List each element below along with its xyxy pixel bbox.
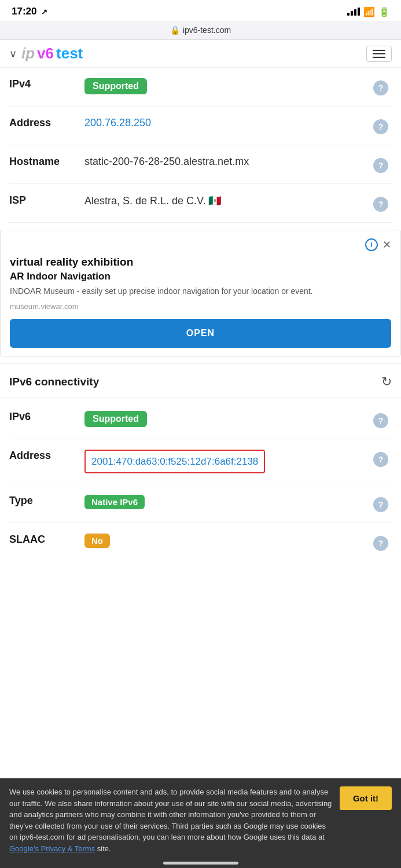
isp-value: Alestra, S. de R.L. de C.V. 🇲🇽 bbox=[84, 194, 373, 207]
ipv6-address-label: Address bbox=[9, 450, 84, 462]
hostname-label: Hostname bbox=[9, 156, 84, 168]
help-icon[interactable]: ? bbox=[373, 80, 388, 95]
slaac-help[interactable]: ? bbox=[373, 534, 392, 551]
address-label: Address bbox=[9, 117, 84, 129]
cookie-banner: We use cookies to personalise content an… bbox=[0, 778, 401, 868]
slaac-badge: No bbox=[84, 534, 110, 548]
ad-title: virtual reality exhibition bbox=[10, 256, 391, 269]
slaac-value: No bbox=[84, 534, 373, 548]
address-help[interactable]: ? bbox=[373, 117, 392, 134]
wifi-icon: 📶 bbox=[363, 6, 375, 17]
logo-test: test bbox=[56, 45, 83, 62]
type-help[interactable]: ? bbox=[373, 495, 392, 512]
table-row: SLAAC No ? bbox=[9, 523, 392, 561]
hostname-value: static-200-76-28-250.alestra.net.mx bbox=[84, 156, 373, 168]
help-icon[interactable]: ? bbox=[373, 158, 388, 173]
nav-bar: ∨ ipv6 test bbox=[0, 40, 401, 68]
isp-label: ISP bbox=[9, 194, 84, 207]
table-row: Address 2001:470:da63:0:f525:12d7:6a6f:2… bbox=[9, 439, 392, 484]
ipv6-address-value: 2001:470:da63:0:f525:12d7:6a6f:2138 bbox=[84, 450, 373, 473]
help-icon[interactable]: ? bbox=[373, 452, 388, 467]
table-row: Address 200.76.28.250 ? bbox=[9, 106, 392, 145]
help-icon[interactable]: ? bbox=[373, 119, 388, 134]
got-it-button[interactable]: Got it! bbox=[340, 786, 392, 810]
refresh-icon[interactable]: ↻ bbox=[381, 374, 392, 389]
logo-ip: ip bbox=[21, 45, 35, 62]
help-icon[interactable]: ? bbox=[373, 197, 388, 212]
ad-top-bar: i ✕ bbox=[10, 238, 391, 251]
ipv4-address-value[interactable]: 200.76.28.250 bbox=[84, 117, 373, 129]
isp-help[interactable]: ? bbox=[373, 194, 392, 212]
table-row: ISP Alestra, S. de R.L. de C.V. 🇲🇽 ? bbox=[9, 184, 392, 223]
battery-icon: 🔋 bbox=[378, 6, 389, 17]
mexico-flag-icon: 🇲🇽 bbox=[208, 195, 221, 207]
ad-subtitle: AR Indoor Navigation bbox=[10, 271, 391, 282]
ipv6-help[interactable]: ? bbox=[373, 411, 392, 428]
hamburger-line-2 bbox=[373, 53, 385, 54]
ad-open-button[interactable]: OPEN bbox=[10, 319, 391, 348]
ipv6-section-header: IPv6 connectivity ↻ bbox=[0, 363, 401, 398]
browser-bar[interactable]: 🔒 ipv6-test.com bbox=[0, 21, 401, 40]
browser-url: ipv6-test.com bbox=[183, 25, 231, 35]
type-badge: Native IPv6 bbox=[84, 495, 145, 509]
ipv6-section-title: IPv6 connectivity bbox=[9, 376, 99, 388]
time-display: 17:20 bbox=[12, 6, 36, 17]
help-icon[interactable]: ? bbox=[373, 536, 388, 551]
ipv6-address-help[interactable]: ? bbox=[373, 450, 392, 467]
table-row: IPv6 Supported ? bbox=[9, 400, 392, 439]
ipv6-value: Supported bbox=[84, 411, 373, 427]
ipv4-info-table: IPv4 Supported ? Address 200.76.28.250 ?… bbox=[0, 68, 401, 223]
table-row: IPv4 Supported ? bbox=[9, 68, 392, 106]
help-icon[interactable]: ? bbox=[373, 413, 388, 428]
hamburger-button[interactable] bbox=[366, 46, 392, 62]
site-logo: ipv6 test bbox=[21, 45, 83, 62]
ipv4-help[interactable]: ? bbox=[373, 78, 392, 95]
logo-v6: v6 bbox=[37, 45, 54, 62]
lock-icon: 🔒 bbox=[170, 25, 180, 35]
signal-bars-icon bbox=[347, 8, 360, 16]
cookie-text: We use cookies to personalise content an… bbox=[9, 786, 333, 854]
hostname-help[interactable]: ? bbox=[373, 156, 392, 173]
privacy-terms-link[interactable]: Google's Privacy & Terms bbox=[9, 844, 95, 853]
type-value: Native IPv6 bbox=[84, 495, 373, 509]
ad-description: INDOAR Museum - easily set up precise in… bbox=[10, 286, 391, 297]
location-arrow-icon: ↗ bbox=[41, 8, 47, 16]
nav-chevron-icon[interactable]: ∨ bbox=[9, 47, 17, 60]
ipv6-address-box: 2001:470:da63:0:f525:12d7:6a6f:2138 bbox=[84, 450, 265, 473]
ad-close-button[interactable]: ✕ bbox=[382, 238, 391, 251]
home-indicator bbox=[163, 862, 238, 865]
ipv6-info-table: IPv6 Supported ? Address 2001:470:da63:0… bbox=[0, 398, 401, 561]
ipv4-value: Supported bbox=[84, 78, 373, 94]
status-bar: 17:20 ↗ 📶 🔋 bbox=[0, 0, 401, 21]
status-icons: 📶 🔋 bbox=[347, 6, 389, 17]
table-row: Type Native IPv6 ? bbox=[9, 484, 392, 523]
cookie-content: We use cookies to personalise content an… bbox=[9, 786, 392, 854]
type-label: Type bbox=[9, 495, 84, 507]
ipv4-label: IPv4 bbox=[9, 78, 84, 90]
ad-domain: museum.viewar.com bbox=[10, 302, 391, 311]
help-icon[interactable]: ? bbox=[373, 497, 388, 512]
slaac-label: SLAAC bbox=[9, 534, 84, 546]
ad-banner: i ✕ virtual reality exhibition AR Indoor… bbox=[0, 230, 401, 356]
status-time: 17:20 ↗ bbox=[12, 6, 47, 17]
hamburger-line-3 bbox=[373, 57, 385, 58]
ipv4-supported-badge: Supported bbox=[84, 78, 147, 94]
hamburger-line-1 bbox=[373, 50, 385, 51]
ipv6-supported-badge: Supported bbox=[84, 411, 147, 427]
ad-info-icon[interactable]: i bbox=[365, 238, 378, 251]
table-row: Hostname static-200-76-28-250.alestra.ne… bbox=[9, 145, 392, 184]
ipv6-label: IPv6 bbox=[9, 411, 84, 423]
